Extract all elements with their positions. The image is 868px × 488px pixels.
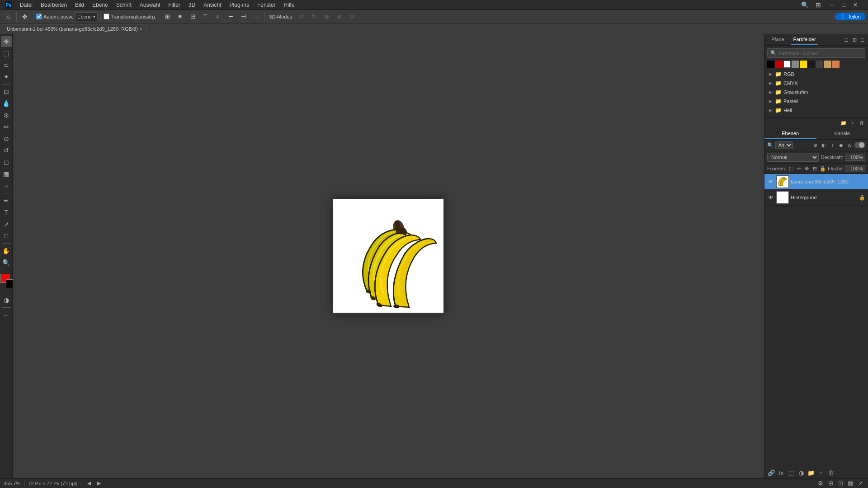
eraser-tool[interactable]: ◻ [1,157,12,168]
swatch-gray[interactable] [792,61,799,68]
opacity-input[interactable] [845,154,865,161]
layer-mask-button[interactable]: ⬚ [787,469,795,477]
history-brush-tool[interactable]: ↺ [1,145,12,156]
more-tools[interactable]: ··· [1,310,12,320]
magic-wand-tool[interactable]: ✦ [1,71,12,82]
3d-scale-icon[interactable]: ⊘ [346,11,357,22]
lock-paint-icon[interactable]: ✏ [796,165,802,172]
zoom-tool[interactable]: 🔍 [1,257,12,268]
3d-pan-icon[interactable]: ⊕ [321,11,332,22]
new-swatch-icon[interactable]: + [849,119,856,127]
menu-3d[interactable]: 3D [185,1,199,9]
menu-fenster[interactable]: Fenster [254,1,279,9]
menu-hilfe[interactable]: Hilfe [280,1,298,9]
layer-group-button[interactable]: 📁 [807,469,815,477]
selection-tool[interactable]: ⬚ [1,48,12,59]
layer-link-button[interactable]: 🔗 [767,469,775,477]
spot-heal-tool[interactable]: ⊛ [1,110,12,121]
new-group-icon[interactable]: 📁 [840,119,847,127]
swatch-orange[interactable] [832,61,840,68]
lock-all-icon[interactable]: 🔒 [820,165,826,172]
layer-delete-button[interactable]: 🗑 [827,469,835,477]
tab-close-button[interactable]: × [140,27,142,32]
swatches-view-list[interactable]: ☰ [843,36,850,43]
tab-ebenen[interactable]: Ebenen [764,128,816,139]
status-settings-icon[interactable]: ⚙ [816,479,825,488]
share-button[interactable]: 👤 Teilen [835,13,865,20]
swatch-black[interactable] [767,61,774,68]
align-bottom-icon[interactable]: ⊢ [225,11,236,22]
align-top-icon[interactable]: ⊤ [200,11,211,22]
swatch-yellow[interactable] [800,61,807,68]
eyedropper-tool[interactable]: 💧 [1,98,12,109]
close-button[interactable]: ✕ [850,0,861,10]
pen-tool[interactable]: ✒ [1,195,12,206]
align-center-icon[interactable]: ≡ [175,11,185,22]
swatch-white[interactable] [783,61,791,68]
dodge-tool[interactable]: ○ [1,180,12,191]
swatch-group-rgb[interactable]: ▶ 📁 RGB [767,70,865,79]
search-icon[interactable]: 🔍 [799,0,810,10]
lasso-tool[interactable]: ⊂ [1,60,12,70]
layer-new-button[interactable]: + [817,469,825,477]
filter-adjust-icon[interactable]: ◐ [820,142,827,149]
minimize-button[interactable]: − [826,0,837,10]
path-select-tool[interactable]: ↗ [1,219,12,230]
swatch-group-cmyk[interactable]: ▶ 📁 CMYK [767,79,865,88]
delete-swatch-icon[interactable]: 🗑 [858,119,865,127]
filter-pixel-icon[interactable]: ⊕ [811,142,819,149]
filter-shape-icon[interactable]: ◆ [837,142,844,149]
lock-transparent-icon[interactable]: ⬚ [788,165,794,172]
maximize-button[interactable]: □ [838,0,849,10]
tab-kanaele[interactable]: Kanäle [816,128,868,139]
menu-datei[interactable]: Datei [16,1,36,9]
brush-tool[interactable]: ✏ [1,122,12,132]
menu-ebene[interactable]: Ebene [89,1,112,9]
status-prev-button[interactable]: ◀ [85,479,93,488]
distribute-icon[interactable]: ⊣ [238,11,249,22]
transform-checkbox[interactable] [104,14,109,19]
status-layout-icon[interactable]: ▦ [846,479,854,488]
lock-artboard-icon[interactable]: ⊞ [812,165,818,172]
layer-fx-button[interactable]: fx [777,469,785,477]
more-options-icon[interactable]: ··· [250,11,261,22]
swatches-search-box[interactable]: 🔍 Farbfelder suchen [767,48,865,58]
swatches-view-small[interactable]: ⊞ [851,36,858,43]
menu-filter[interactable]: Filter [165,1,184,9]
move-tool-icon[interactable]: ✥ [19,11,30,22]
blend-mode-select[interactable]: Normal [767,153,819,162]
align-middle-icon[interactable]: ⊥ [212,11,223,22]
menu-schrift[interactable]: Schrift [113,1,135,9]
transform-checkbox-label[interactable]: Transformationsstrg. [104,14,156,19]
text-tool[interactable]: T [1,207,12,218]
filter-text-icon[interactable]: T [829,142,836,149]
3d-slide-icon[interactable]: ⊗ [334,11,344,22]
status-next-button[interactable]: ▶ [95,479,103,488]
filter-smart-icon[interactable]: A [846,142,853,149]
lock-position-icon[interactable]: ✥ [804,165,810,172]
layer-mode-dropdown[interactable]: Ebene ▾ [75,12,98,21]
auto-select-checkbox-label[interactable]: Autom. ausw. [36,14,73,19]
home-icon[interactable]: ⌂ [3,11,14,22]
swatch-darkgray[interactable] [808,61,815,68]
swatch-tan[interactable] [824,61,831,68]
resize-icon[interactable]: ⊞ [813,0,824,10]
fill-input[interactable] [845,165,865,172]
layer-adjustment-button[interactable]: ◑ [797,469,805,477]
swatch-group-hell[interactable]: ▶ 📁 Hell [767,106,865,115]
swatch-midgray[interactable] [816,61,823,68]
menu-ansicht[interactable]: Ansicht [200,1,225,9]
layer-item-banana[interactable]: 👁 banana-gd83cfc2d9_1280 [764,174,868,190]
status-share-icon[interactable]: ↗ [856,479,864,488]
shape-tool[interactable]: □ [1,230,12,241]
swatch-red[interactable] [775,61,783,68]
clone-tool[interactable]: ⊙ [1,133,12,144]
menu-auswahl[interactable]: Auswahl [136,1,164,9]
tab-pfade[interactable]: Pfade [764,34,791,45]
align-left-icon[interactable]: ⊞ [162,11,173,22]
filter-toggle[interactable] [854,142,865,148]
swatch-group-graustufen[interactable]: ▶ 📁 Graustufen [767,88,865,97]
document-tab[interactable]: Unbenannt-1 bei 456% (banana-gd83cfc2d9_… [3,24,146,34]
status-view-icon[interactable]: ⊡ [836,479,844,488]
swatches-menu[interactable]: ☰ [859,36,866,43]
